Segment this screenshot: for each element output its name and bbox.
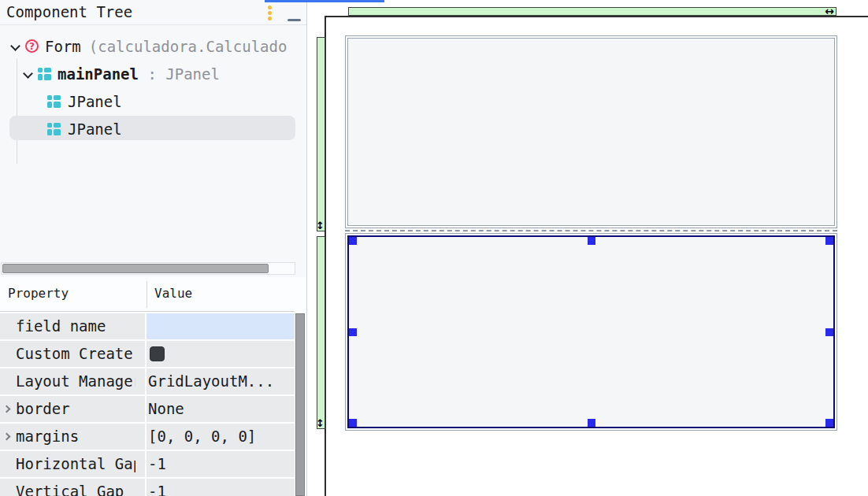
- resize-handle-mid-left[interactable]: [349, 328, 357, 336]
- property-value-cell[interactable]: None: [147, 396, 295, 422]
- custom-create-checkbox[interactable]: [150, 346, 165, 361]
- jpanel-icon: [47, 123, 61, 135]
- property-row-margins[interactable]: margins [0, 0, 0, 0]: [0, 424, 295, 450]
- property-row-field-name[interactable]: field name: [0, 313, 295, 339]
- ide-gui-designer: Component Tree ? Form (calculadora.Calcu…: [0, 0, 868, 496]
- editor-tab-accent-line: [265, 0, 384, 2]
- property-row-layout-manager[interactable]: Layout Manager GridLayoutM...: [0, 368, 295, 394]
- tree-node-jpanel-1[interactable]: JPanel: [0, 87, 306, 115]
- resize-handle-top-center[interactable]: [588, 237, 595, 245]
- property-row-border[interactable]: border None: [0, 396, 295, 422]
- column-header-property: Property: [8, 286, 69, 301]
- property-value-cell-selected[interactable]: [147, 313, 295, 339]
- panel-header: Component Tree: [0, 0, 306, 25]
- resize-handle-bottom-center[interactable]: [588, 419, 595, 427]
- hspacer-arrow-icon: ↔: [825, 5, 834, 17]
- selection-outline: [347, 235, 835, 428]
- property-row-custom-create[interactable]: Custom Create: [0, 341, 295, 367]
- jpanel-icon: [47, 95, 61, 108]
- column-divider[interactable]: [147, 281, 147, 308]
- property-value-cell[interactable]: GridLayoutM...: [147, 368, 295, 394]
- jpanel-icon: [38, 68, 51, 80]
- properties-header: Property Value: [0, 277, 295, 312]
- property-value-cell[interactable]: -1: [147, 479, 295, 496]
- property-label: Layout Manager: [16, 372, 135, 391]
- resize-handle-bottom-left[interactable]: [349, 419, 357, 427]
- tree-node-label: JPanel: [68, 120, 122, 138]
- tree-node-type: : JPanel: [139, 65, 220, 83]
- resize-handle-bottom-right[interactable]: [825, 419, 833, 427]
- tree-node-label: JPanel: [68, 93, 122, 110]
- resize-handle-top-right[interactable]: [825, 237, 833, 245]
- vspacer-arrow-icon: ↕: [316, 417, 325, 429]
- kebab-menu-icon[interactable]: [266, 6, 273, 23]
- minimize-icon[interactable]: [287, 19, 301, 21]
- jpanel-component-2-selected[interactable]: [345, 233, 837, 431]
- property-row-vertical-gap[interactable]: Vertical Gap -1: [0, 479, 295, 496]
- resize-handle-top-left[interactable]: [349, 237, 357, 245]
- property-label: Vertical Gap: [16, 483, 135, 496]
- property-value-cell[interactable]: [147, 341, 295, 367]
- chevron-down-icon[interactable]: [24, 70, 32, 78]
- horizontal-scrollbar-track[interactable]: [1, 262, 295, 275]
- property-row-horizontal-gap[interactable]: Horizontal Gap -1: [0, 451, 295, 477]
- column-header-value: Value: [154, 286, 192, 301]
- tree-node-form[interactable]: ? Form (calculadora.Calculado: [0, 32, 306, 60]
- chevron-right-icon[interactable]: [4, 405, 10, 412]
- property-value-cell[interactable]: -1: [147, 451, 295, 477]
- property-value-cell[interactable]: [0, 0, 0, 0]: [147, 424, 295, 450]
- horizontal-spacer[interactable]: ↔: [348, 7, 836, 16]
- tree-node-jpanel-2-selected[interactable]: JPanel: [0, 115, 306, 143]
- vspacer-arrow-icon: ↕: [316, 220, 325, 231]
- question-mark-icon: ?: [25, 39, 39, 53]
- property-label: Custom Create: [16, 345, 135, 364]
- tree-node-name: mainPanel: [57, 65, 139, 83]
- horizontal-scrollbar-thumb[interactable]: [2, 264, 269, 273]
- property-label: Horizontal Gap: [16, 455, 135, 474]
- chevron-down-icon[interactable]: [11, 43, 19, 50]
- tree-node-label: Form: [45, 38, 81, 55]
- property-label: border: [16, 400, 135, 419]
- resize-handle-mid-right[interactable]: [825, 328, 833, 336]
- component-tree: ? Form (calculadora.Calculado mainPanel …: [0, 25, 306, 261]
- vertical-spacer-1[interactable]: ↕: [317, 37, 325, 231]
- tree-node-mainpanel[interactable]: mainPanel : JPanel: [0, 60, 306, 87]
- chevron-right-icon[interactable]: [4, 433, 10, 439]
- grid-row-divider: [345, 230, 837, 231]
- properties-panel: Property Value field name Custom Create …: [0, 277, 306, 496]
- component-tree-panel: Component Tree ? Form (calculadora.Calcu…: [0, 0, 307, 496]
- tree-node-detail: (calculadora.Calculado: [89, 38, 287, 55]
- panel-title: Component Tree: [6, 3, 132, 20]
- property-label: field name: [16, 317, 135, 336]
- jpanel-component-1[interactable]: [345, 35, 837, 228]
- vertical-scrollbar-thumb[interactable]: [295, 313, 305, 496]
- property-label: margins: [16, 428, 135, 446]
- vertical-spacer-2[interactable]: ↕: [317, 236, 325, 429]
- jpanel-1-inner: [347, 38, 835, 226]
